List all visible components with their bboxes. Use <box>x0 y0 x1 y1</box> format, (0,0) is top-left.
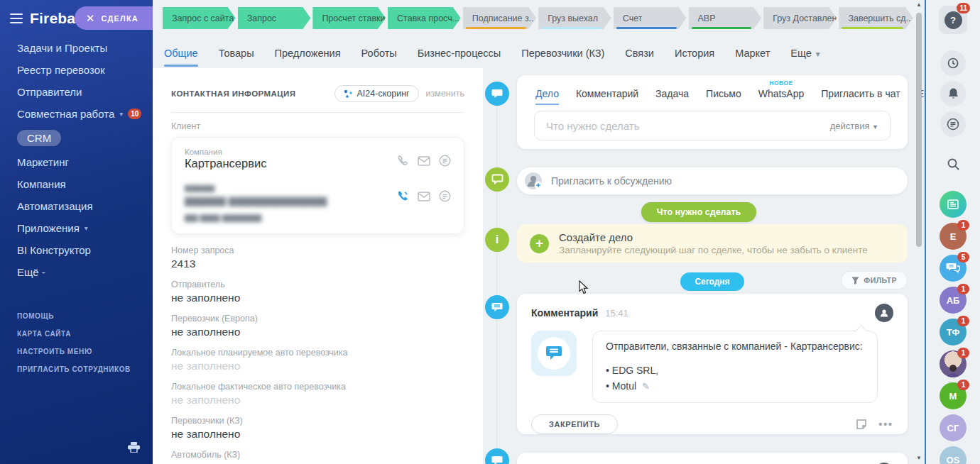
chat-bubble-icon <box>485 82 509 106</box>
tab-robots[interactable]: Роботы <box>361 48 397 60</box>
filter-button[interactable]: ФИЛЬТР <box>841 271 908 289</box>
sidebar-item-more[interactable]: Ещё - <box>0 261 153 283</box>
search-button[interactable] <box>940 153 966 175</box>
composer-tab-activity[interactable]: Дело <box>535 88 559 99</box>
edit-pencil-icon[interactable]: ✎ <box>642 381 650 392</box>
scroll-up-icon[interactable]: ▲ <box>915 1 922 8</box>
tab-relations[interactable]: Связи <box>625 48 654 60</box>
composer-tab-task[interactable]: Задача <box>655 88 689 99</box>
user-avatar[interactable]: ТФ 1 <box>940 319 967 346</box>
menu-icon[interactable] <box>10 13 23 23</box>
composer-tab-email[interactable]: Письмо <box>706 88 741 99</box>
chevron-down-icon: ▾ <box>119 110 123 118</box>
stage-rate-calculation[interactable]: Просчет ставки <box>312 7 386 29</box>
messenger-button[interactable] <box>940 111 966 137</box>
notification-badge: 1 <box>957 380 969 390</box>
note-icon[interactable] <box>856 419 867 430</box>
user-avatar[interactable]: OS <box>940 446 967 464</box>
vertical-scrollbar[interactable]: ▲ ▼ <box>915 0 923 464</box>
sidebar-link-invite-employees[interactable]: ПРИГЛАСИТЬ СОТРУДНИКОВ <box>0 360 153 378</box>
client-label: Клиент <box>171 121 464 131</box>
stage-invoice[interactable]: Счет <box>614 7 687 29</box>
phone-icon[interactable] <box>397 155 409 167</box>
dialog-icon <box>947 118 959 131</box>
contact-name-redacted[interactable]: ▆▆▆▆▆ ▆▆▆▆▆▆▆▆▆▆▆▆ <box>185 194 397 206</box>
email-icon[interactable] <box>418 192 430 201</box>
time-management-button[interactable] <box>940 50 966 76</box>
chat-avatar[interactable]: 5 <box>940 255 967 282</box>
actions-dropdown[interactable]: действия ▼ <box>830 121 878 131</box>
stage-cargo-delivered[interactable]: Груз Доставлен <box>763 7 837 29</box>
contact-info-panel: КОНТАКТНАЯ ИНФОРМАЦИЯ AI24-скоринг измен… <box>153 68 483 464</box>
ai-scoring-button[interactable]: AI24-скоринг <box>334 85 419 102</box>
user-avatar[interactable]: АБ 1 <box>940 287 967 314</box>
phone-icon[interactable] <box>397 190 409 202</box>
user-avatar[interactable]: М 1 <box>940 382 967 409</box>
sidebar-item-automation[interactable]: Автоматизация <box>0 195 153 217</box>
stage-request[interactable]: Запрос <box>238 7 311 29</box>
composer-tab-whatsapp[interactable]: НОВОЕ WhatsApp <box>758 88 805 99</box>
user-avatar[interactable]: СГ <box>940 414 967 441</box>
tab-products[interactable]: Товары <box>219 48 254 60</box>
tab-business-processes[interactable]: Бизнес-процессы <box>418 48 501 60</box>
sidebar-item-collaboration[interactable]: Совместная работа ▾ 10 <box>0 103 153 125</box>
live-feed-button[interactable] <box>940 191 967 218</box>
what-to-do-button[interactable]: Что нужно сделать <box>641 202 757 222</box>
stage-close-deal[interactable]: Завершить сд... <box>839 7 913 29</box>
scroll-down-icon[interactable]: ▼ <box>915 455 922 461</box>
sidebar-item-marketing[interactable]: Маркетинг <box>0 151 153 173</box>
pin-button[interactable]: ЗАКРЕПИТЬ <box>531 414 618 434</box>
chat-channel-icon[interactable] <box>439 190 451 202</box>
sidebar-link-sitemap[interactable]: КАРТА САЙТА <box>0 325 153 343</box>
stage-rate-calculated[interactable]: Ставка просч... <box>388 7 461 29</box>
hint-title[interactable]: Создайте дело <box>559 231 868 243</box>
deal-entity-pill[interactable]: ✕ СДЕЛКА <box>75 6 153 30</box>
timeline-composer: Дело Комментарий Задача Письмо НОВОЕ Wha… <box>517 75 908 149</box>
sidebar-item-company[interactable]: Компания <box>0 173 153 195</box>
sidebar-item-transport-registry[interactable]: Реестр перевозок <box>0 59 153 81</box>
scrollbar-thumb[interactable] <box>916 13 922 247</box>
tab-general[interactable]: Общие <box>164 48 198 60</box>
invite-to-discussion-bar[interactable]: Пригласить к обсуждению <box>517 167 908 194</box>
tab-market[interactable]: Маркет <box>735 48 770 60</box>
activity-input[interactable]: Что нужно сделать действия ▼ <box>534 111 891 140</box>
search-icon <box>947 158 960 171</box>
chat-channel-icon[interactable] <box>439 155 451 167</box>
stage-avr[interactable]: АВР <box>689 7 762 29</box>
funnel-icon <box>851 277 859 285</box>
notifications-button[interactable] <box>940 81 966 106</box>
sidebar-item-apps[interactable]: Приложения ▾ <box>0 217 153 239</box>
sidebar-link-help[interactable]: ПОМОЩЬ <box>0 307 153 325</box>
sidebar-item-bi-builder[interactable]: BI Конструктор <box>0 239 153 261</box>
user-avatar[interactable]: Е 1 <box>940 223 967 250</box>
author-avatar[interactable] <box>875 304 893 322</box>
tab-more[interactable]: Еще▼ <box>790 48 821 60</box>
sidebar-link-configure-menu[interactable]: НАСТРОИТЬ МЕНЮ <box>0 343 153 360</box>
help-button[interactable]: ? 11 <box>939 6 967 34</box>
composer-tab-invite-to-chat[interactable]: Пригласить в чат <box>821 88 900 99</box>
comment-icon <box>485 448 509 464</box>
sidebar-item-senders[interactable]: Отправители <box>0 81 153 103</box>
company-name[interactable]: Картрансервис <box>185 157 397 170</box>
tab-quotes[interactable]: Предложения <box>275 48 341 60</box>
sidebar-footer: ПОМОЩЬ КАРТА САЙТА НАСТРОИТЬ МЕНЮ ПРИГЛА… <box>0 307 153 378</box>
composer-tab-comment[interactable]: Комментарий <box>576 88 638 99</box>
stage-cargo-departed[interactable]: Груз выехал <box>538 7 611 29</box>
more-options-icon[interactable]: ••• <box>878 419 893 430</box>
printer-icon[interactable] <box>128 442 140 455</box>
notification-badge: 5 <box>957 252 969 263</box>
notification-badge: 1 <box>957 284 969 294</box>
stage-contract-signing[interactable]: Подписание з... <box>463 7 536 29</box>
sidebar-item-tasks[interactable]: Задачи и Проекты <box>0 37 153 59</box>
tab-history[interactable]: История <box>675 48 714 60</box>
stage-request-from-site[interactable]: Запрос с сайта <box>163 7 236 29</box>
comment-bullet: • EDG SRL, <box>606 363 864 379</box>
edit-link[interactable]: изменить <box>426 89 464 99</box>
tab-carriers-kz[interactable]: Перевозчики (КЗ) <box>521 48 604 60</box>
email-icon[interactable] <box>418 156 430 166</box>
add-icon[interactable]: + <box>530 234 549 253</box>
user-avatar-photo[interactable]: 1 <box>940 350 967 377</box>
sidebar-item-crm[interactable]: CRM <box>0 125 153 151</box>
close-icon[interactable]: ✕ <box>86 13 95 23</box>
news-icon <box>947 198 959 211</box>
